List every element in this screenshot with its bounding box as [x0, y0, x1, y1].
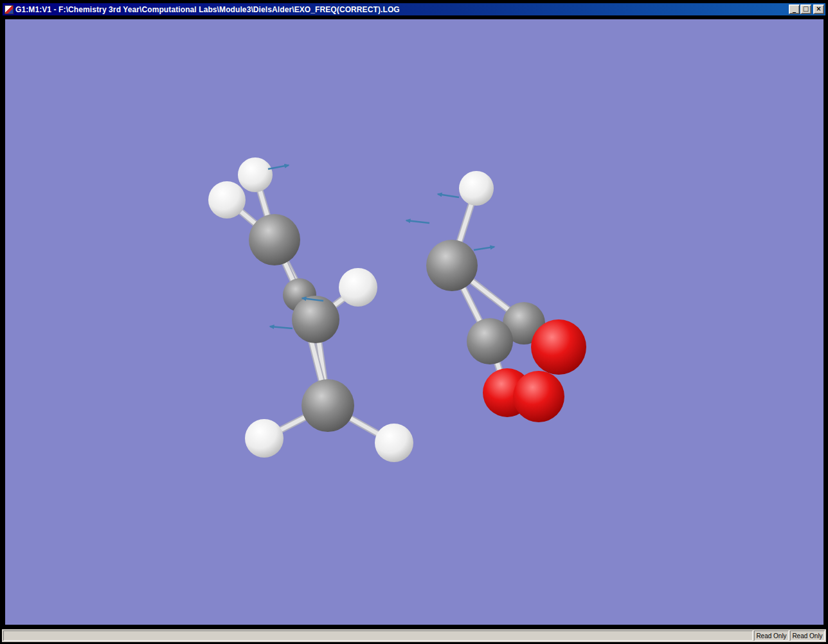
vibration-arrow: [438, 194, 459, 197]
read-only-badge-2: Read Only: [790, 631, 825, 641]
atom-H[interactable]: [238, 157, 273, 192]
atom-C[interactable]: [426, 240, 478, 291]
status-bar: Read Only Read Only: [2, 629, 826, 642]
vibration-arrow: [406, 220, 429, 223]
molecule-canvas[interactable]: [5, 19, 824, 625]
atom-H[interactable]: [459, 171, 494, 206]
atom-O[interactable]: [513, 371, 564, 422]
statusbar-message: [3, 631, 753, 641]
atom-H[interactable]: [339, 268, 377, 307]
atom-H[interactable]: [245, 419, 284, 458]
atom-C[interactable]: [249, 214, 300, 265]
window-controls: _ □ ×: [788, 4, 824, 14]
vibration-arrow: [268, 165, 289, 169]
atom-H[interactable]: [208, 181, 246, 219]
vibration-arrow: [270, 326, 292, 328]
atom-C[interactable]: [467, 318, 513, 364]
vibration-arrow: [474, 247, 494, 250]
close-button[interactable]: ×: [813, 4, 824, 14]
atom-H[interactable]: [375, 424, 413, 462]
maximize-button[interactable]: □: [800, 4, 811, 14]
atom-O[interactable]: [531, 319, 586, 375]
app-icon[interactable]: [4, 5, 14, 14]
application-window: { "window": { "title": "G1:M1:V1 - F:\\C…: [0, 0, 828, 644]
molecule-view: [5, 19, 824, 625]
window-title: G1:M1:V1 - F:\Chemistry 3rd Year\Computa…: [15, 5, 788, 14]
read-only-badge-1: Read Only: [754, 631, 789, 641]
title-bar[interactable]: G1:M1:V1 - F:\Chemistry 3rd Year\Computa…: [3, 3, 825, 15]
minimize-button[interactable]: _: [789, 4, 800, 14]
atom-C[interactable]: [292, 296, 339, 343]
atom-C[interactable]: [302, 379, 354, 432]
